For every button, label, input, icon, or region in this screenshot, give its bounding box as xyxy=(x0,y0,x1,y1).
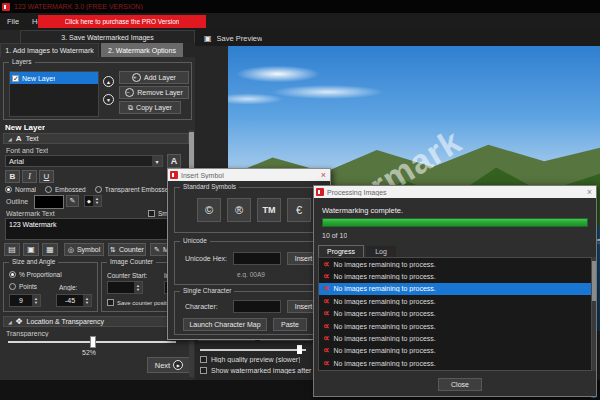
counter-start-spinner[interactable]: ▲▼ xyxy=(107,281,143,294)
transparent-embossed-label: Transparent Embossed xyxy=(105,186,172,193)
app-logo-icon: ∝ xyxy=(323,260,329,269)
insert-symbol-titlebar[interactable]: Insert Symbol × xyxy=(168,169,330,181)
tab-log[interactable]: Log xyxy=(366,246,396,257)
layers-group: Layers ✓ New Layer ▲ ▼ + Add Layer − Rem… xyxy=(3,62,192,120)
text-section-header[interactable]: ◢ A Text xyxy=(3,133,189,144)
remove-layer-button[interactable]: − Remove Layer xyxy=(119,86,189,99)
move-layer-up-button[interactable]: ▲ xyxy=(103,76,114,87)
layer-visibility-checkbox[interactable]: ✓ xyxy=(12,75,19,82)
tab-save-watermarked[interactable]: 3. Save Watermarked Images xyxy=(20,30,195,43)
show-after-checkbox[interactable] xyxy=(200,367,207,374)
high-quality-checkbox[interactable] xyxy=(200,356,207,363)
watermark-text-input[interactable]: 123 Watermark xyxy=(5,218,189,240)
tab-add-label: 1. Add Images to Watermark xyxy=(5,47,93,54)
transparency-slider-thumb[interactable] xyxy=(90,336,96,348)
points-radio[interactable] xyxy=(9,283,16,290)
processing-title: Processing Images xyxy=(327,189,587,196)
layer-item-label: New Layer xyxy=(22,75,55,82)
italic-button[interactable]: I xyxy=(22,170,37,183)
zoom-slider-track[interactable] xyxy=(200,349,306,351)
show-after-row[interactable]: Show watermarked images after proce xyxy=(200,367,331,374)
font-select[interactable]: Arial ▾ xyxy=(5,155,163,167)
processing-close-icon[interactable]: × xyxy=(587,187,592,197)
embossed-radio[interactable] xyxy=(45,186,52,193)
processing-row[interactable]: ∝No images remaining to process. xyxy=(319,295,591,307)
copy-layer-button[interactable]: ⧉ Copy Layer xyxy=(119,101,181,114)
underline-button[interactable]: U xyxy=(39,170,54,183)
tab-progress[interactable]: Progress xyxy=(318,245,364,257)
save-preview-icon: ▣ xyxy=(204,34,212,43)
processing-row[interactable]: ∝No images remaining to process. xyxy=(319,258,591,270)
unicode-hex-input[interactable] xyxy=(233,252,281,265)
points-row[interactable]: Points xyxy=(9,283,37,290)
bold-button[interactable]: B xyxy=(5,170,20,183)
insert-symbol-close-icon[interactable]: × xyxy=(321,170,326,180)
processing-row[interactable]: ∝No images remaining to process. xyxy=(319,270,591,282)
processing-row[interactable]: ∝No images remaining to process. xyxy=(319,308,591,320)
menu-file[interactable]: File xyxy=(7,17,19,26)
add-layer-button[interactable]: + Add Layer xyxy=(119,71,189,84)
processing-titlebar[interactable]: Processing Images × xyxy=(314,186,596,198)
outline-color-swatch[interactable] xyxy=(34,195,64,209)
processing-list-scrollbar[interactable] xyxy=(592,257,596,371)
processing-row-text: No images remaining to process. xyxy=(333,323,435,330)
proportional-radio[interactable] xyxy=(9,271,16,278)
app-icon xyxy=(2,3,10,11)
transparent-embossed-radio[interactable] xyxy=(95,186,102,193)
image-counter-label: Image Counter xyxy=(107,258,156,265)
window-title: 123 WATERMARK 3.0 (FREE VERSION) xyxy=(14,3,143,10)
next-arrow-icon: ▶ xyxy=(173,360,183,370)
high-quality-row[interactable]: High quality preview (slower) xyxy=(200,356,300,363)
layer-list-item[interactable]: ✓ New Layer xyxy=(10,72,98,84)
normal-radio[interactable] xyxy=(5,186,12,193)
insert-text-icon-button-3[interactable]: ▦ xyxy=(42,243,58,256)
insert-symbol-dialog: Insert Symbol × Standard Symbols © ® TM … xyxy=(167,168,331,340)
close-button[interactable]: Close xyxy=(438,378,482,391)
zoom-slider-thumb[interactable] xyxy=(297,345,302,354)
angle-spinner[interactable]: -45 ▲▼ xyxy=(56,294,92,307)
smooth-checkbox[interactable] xyxy=(148,210,155,217)
paste-label: Paste xyxy=(281,321,299,328)
next-button[interactable]: Next ▶ xyxy=(147,357,191,373)
macro-pen-icon: ✎ xyxy=(154,246,160,254)
trademark-symbol-button[interactable]: TM xyxy=(257,198,281,222)
processing-row[interactable]: ∝No images remaining to process. xyxy=(319,332,591,344)
counter-button[interactable]: ⇅ Counter xyxy=(108,243,146,256)
character-input[interactable] xyxy=(233,300,281,313)
titlebar[interactable]: 123 WATERMARK 3.0 (FREE VERSION) xyxy=(0,0,600,13)
registered-symbol-button[interactable]: ® xyxy=(227,198,251,222)
processing-list-scrollbar-thumb[interactable] xyxy=(592,261,596,301)
outline-width-spinner[interactable]: ◆ ▲▼ xyxy=(84,195,102,207)
euro-symbol-button[interactable]: € xyxy=(287,198,311,222)
save-counter-checkbox[interactable] xyxy=(107,299,114,306)
symbol-button[interactable]: ◎ Symbol xyxy=(64,243,104,256)
tab-watermark-options[interactable]: 2. Watermark Options xyxy=(101,43,183,57)
pro-banner[interactable]: Click here to purchase the PRO Version xyxy=(38,15,206,28)
registered-icon: ® xyxy=(235,204,243,216)
insert-text-icon-button-1[interactable]: ▤ xyxy=(4,243,20,256)
processing-row[interactable]: ∝No images remaining to process. xyxy=(319,345,591,357)
font-style-button[interactable]: A xyxy=(167,154,181,168)
spinner-arrows[interactable]: ▲▼ xyxy=(93,196,101,206)
insert-text-icon-button-2[interactable]: ▣ xyxy=(23,243,39,256)
processing-list[interactable]: ∝No images remaining to process. ∝No ima… xyxy=(318,257,592,371)
layers-group-label: Layers xyxy=(9,58,35,65)
eyedropper-button[interactable]: ✎ xyxy=(66,195,79,207)
layers-list[interactable]: ✓ New Layer xyxy=(9,71,99,117)
font-dropdown-icon[interactable]: ▾ xyxy=(152,156,162,166)
app-logo-icon: ∝ xyxy=(323,334,329,343)
size-spinner[interactable]: 9 ▲▼ xyxy=(9,294,41,307)
proportional-row[interactable]: % Proportional xyxy=(9,271,62,278)
app-logo-icon: ∝ xyxy=(323,309,329,318)
paste-button[interactable]: Paste xyxy=(273,318,307,331)
size-angle-label: Size and Angle xyxy=(9,258,58,265)
location-transparency-label: Location & Transparency xyxy=(27,318,104,325)
processing-row[interactable]: ∝No images remaining to process. xyxy=(319,320,591,332)
move-layer-down-button[interactable]: ▼ xyxy=(103,94,114,105)
launch-character-map-button[interactable]: Launch Character Map xyxy=(183,318,267,331)
processing-row[interactable]: ∝No images remaining to process. xyxy=(319,357,591,369)
processing-row-selected[interactable]: ∝No images remaining to process. xyxy=(319,283,591,295)
location-transparency-header[interactable]: ◢ ✥ Location & Transparency xyxy=(3,316,189,327)
copyright-symbol-button[interactable]: © xyxy=(197,198,221,222)
tab-add-images[interactable]: 1. Add Images to Watermark xyxy=(0,43,99,57)
